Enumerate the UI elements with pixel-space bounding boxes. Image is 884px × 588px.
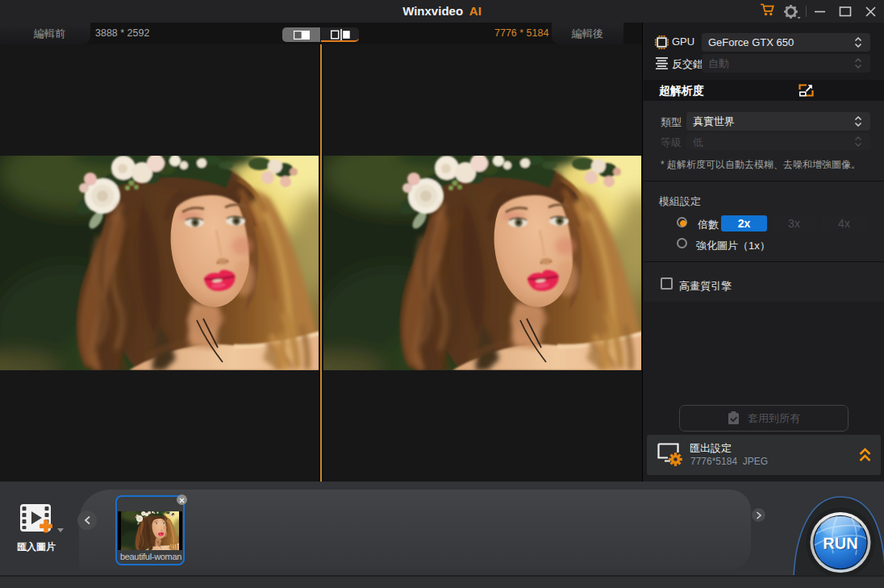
svg-text:RUN: RUN — [823, 534, 857, 552]
